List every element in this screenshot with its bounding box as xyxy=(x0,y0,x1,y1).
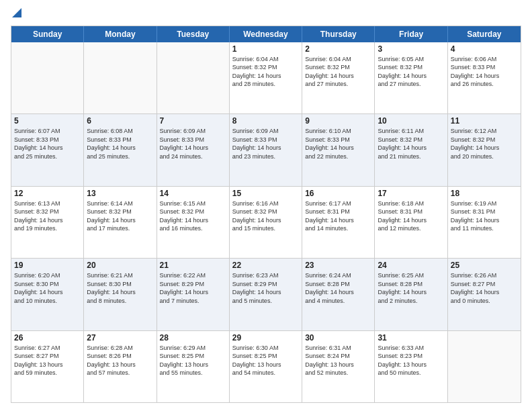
day-info: Sunrise: 6:11 AM Sunset: 8:32 PM Dayligh… xyxy=(378,127,444,161)
day-number: 14 xyxy=(160,189,226,198)
day-cell xyxy=(448,331,521,402)
day-info: Sunrise: 6:16 AM Sunset: 8:32 PM Dayligh… xyxy=(232,199,299,233)
day-cell: 12Sunrise: 6:13 AM Sunset: 8:32 PM Dayli… xyxy=(11,187,84,258)
day-number: 25 xyxy=(451,261,518,270)
day-info: Sunrise: 6:09 AM Sunset: 8:33 PM Dayligh… xyxy=(232,127,299,161)
day-cell: 22Sunrise: 6:23 AM Sunset: 8:29 PM Dayli… xyxy=(230,259,302,330)
day-number: 18 xyxy=(451,189,518,198)
day-info: Sunrise: 6:24 AM Sunset: 8:28 PM Dayligh… xyxy=(305,271,371,305)
day-cell xyxy=(11,42,84,113)
svg-marker-0 xyxy=(12,8,21,17)
day-cell: 3Sunrise: 6:05 AM Sunset: 8:32 PM Daylig… xyxy=(375,42,447,113)
day-number: 27 xyxy=(87,333,153,342)
day-cell: 15Sunrise: 6:16 AM Sunset: 8:32 PM Dayli… xyxy=(230,187,302,258)
day-number: 3 xyxy=(378,44,444,54)
day-number: 9 xyxy=(305,116,371,126)
day-cell: 30Sunrise: 6:31 AM Sunset: 8:24 PM Dayli… xyxy=(302,331,375,402)
day-cell: 10Sunrise: 6:11 AM Sunset: 8:32 PM Dayli… xyxy=(375,114,447,185)
day-info: Sunrise: 6:10 AM Sunset: 8:33 PM Dayligh… xyxy=(305,127,371,161)
week-row: 1Sunrise: 6:04 AM Sunset: 8:32 PM Daylig… xyxy=(11,42,521,113)
day-info: Sunrise: 6:06 AM Sunset: 8:33 PM Dayligh… xyxy=(451,55,518,89)
day-cell: 20Sunrise: 6:21 AM Sunset: 8:30 PM Dayli… xyxy=(84,259,157,330)
day-header-monday: Monday xyxy=(84,26,157,42)
week-row: 12Sunrise: 6:13 AM Sunset: 8:32 PM Dayli… xyxy=(11,186,521,258)
day-header-wednesday: Wednesday xyxy=(230,26,302,42)
day-number: 7 xyxy=(160,116,226,126)
day-info: Sunrise: 6:17 AM Sunset: 8:31 PM Dayligh… xyxy=(305,199,371,233)
day-cell: 26Sunrise: 6:27 AM Sunset: 8:27 PM Dayli… xyxy=(11,331,84,402)
day-number: 30 xyxy=(305,333,371,342)
day-number: 23 xyxy=(305,261,371,270)
day-cell: 21Sunrise: 6:22 AM Sunset: 8:29 PM Dayli… xyxy=(157,259,230,330)
week-row: 19Sunrise: 6:20 AM Sunset: 8:30 PM Dayli… xyxy=(11,258,521,330)
header xyxy=(11,8,521,20)
day-cell: 17Sunrise: 6:18 AM Sunset: 8:31 PM Dayli… xyxy=(375,187,447,258)
day-info: Sunrise: 6:20 AM Sunset: 8:30 PM Dayligh… xyxy=(14,271,81,305)
day-number: 12 xyxy=(14,189,81,198)
day-info: Sunrise: 6:18 AM Sunset: 8:31 PM Dayligh… xyxy=(378,199,444,233)
day-number: 13 xyxy=(87,189,153,198)
day-number: 29 xyxy=(232,333,299,342)
day-info: Sunrise: 6:23 AM Sunset: 8:29 PM Dayligh… xyxy=(232,271,299,305)
day-cell: 5Sunrise: 6:07 AM Sunset: 8:33 PM Daylig… xyxy=(11,114,84,185)
day-cell: 8Sunrise: 6:09 AM Sunset: 8:33 PM Daylig… xyxy=(230,114,302,185)
day-cell: 13Sunrise: 6:14 AM Sunset: 8:32 PM Dayli… xyxy=(84,187,157,258)
day-number: 20 xyxy=(87,261,153,270)
day-cell: 16Sunrise: 6:17 AM Sunset: 8:31 PM Dayli… xyxy=(302,187,375,258)
day-cell: 28Sunrise: 6:29 AM Sunset: 8:25 PM Dayli… xyxy=(157,331,230,402)
weeks: 1Sunrise: 6:04 AM Sunset: 8:32 PM Daylig… xyxy=(11,42,521,402)
day-info: Sunrise: 6:31 AM Sunset: 8:24 PM Dayligh… xyxy=(305,344,371,377)
week-row: 26Sunrise: 6:27 AM Sunset: 8:27 PM Dayli… xyxy=(11,330,521,402)
day-number: 11 xyxy=(451,116,518,126)
day-header-sunday: Sunday xyxy=(11,26,84,42)
day-info: Sunrise: 6:26 AM Sunset: 8:27 PM Dayligh… xyxy=(451,271,518,305)
day-info: Sunrise: 6:04 AM Sunset: 8:32 PM Dayligh… xyxy=(305,55,371,89)
day-info: Sunrise: 6:27 AM Sunset: 8:27 PM Dayligh… xyxy=(14,344,81,377)
day-headers: SundayMondayTuesdayWednesdayThursdayFrid… xyxy=(11,26,521,42)
day-number: 24 xyxy=(378,261,444,270)
day-cell: 27Sunrise: 6:28 AM Sunset: 8:26 PM Dayli… xyxy=(84,331,157,402)
day-cell: 1Sunrise: 6:04 AM Sunset: 8:32 PM Daylig… xyxy=(230,42,302,113)
day-number: 19 xyxy=(14,261,81,270)
day-info: Sunrise: 6:15 AM Sunset: 8:32 PM Dayligh… xyxy=(160,199,226,233)
day-info: Sunrise: 6:33 AM Sunset: 8:23 PM Dayligh… xyxy=(378,344,444,377)
day-cell: 4Sunrise: 6:06 AM Sunset: 8:33 PM Daylig… xyxy=(448,42,521,113)
day-number: 10 xyxy=(378,116,444,126)
day-cell: 7Sunrise: 6:09 AM Sunset: 8:33 PM Daylig… xyxy=(157,114,230,185)
day-cell: 19Sunrise: 6:20 AM Sunset: 8:30 PM Dayli… xyxy=(11,259,84,330)
day-number: 6 xyxy=(87,116,153,126)
day-number: 2 xyxy=(305,44,371,54)
day-number: 1 xyxy=(232,44,299,54)
day-cell xyxy=(157,42,230,113)
day-info: Sunrise: 6:13 AM Sunset: 8:32 PM Dayligh… xyxy=(14,199,81,233)
day-info: Sunrise: 6:08 AM Sunset: 8:33 PM Dayligh… xyxy=(87,127,153,161)
day-number: 8 xyxy=(232,116,299,126)
day-info: Sunrise: 6:19 AM Sunset: 8:31 PM Dayligh… xyxy=(451,199,518,233)
day-number: 31 xyxy=(378,333,444,342)
day-info: Sunrise: 6:28 AM Sunset: 8:26 PM Dayligh… xyxy=(87,344,153,377)
week-row: 5Sunrise: 6:07 AM Sunset: 8:33 PM Daylig… xyxy=(11,113,521,185)
logo xyxy=(11,8,21,20)
day-info: Sunrise: 6:22 AM Sunset: 8:29 PM Dayligh… xyxy=(160,271,226,305)
day-info: Sunrise: 6:25 AM Sunset: 8:28 PM Dayligh… xyxy=(378,271,444,305)
day-header-thursday: Thursday xyxy=(302,26,375,42)
day-cell: 14Sunrise: 6:15 AM Sunset: 8:32 PM Dayli… xyxy=(157,187,230,258)
calendar: SundayMondayTuesdayWednesdayThursdayFrid… xyxy=(11,26,521,403)
day-cell: 6Sunrise: 6:08 AM Sunset: 8:33 PM Daylig… xyxy=(84,114,157,185)
day-number: 28 xyxy=(160,333,226,342)
day-info: Sunrise: 6:30 AM Sunset: 8:25 PM Dayligh… xyxy=(232,344,299,377)
day-cell: 18Sunrise: 6:19 AM Sunset: 8:31 PM Dayli… xyxy=(448,187,521,258)
day-header-saturday: Saturday xyxy=(448,26,521,42)
day-cell: 25Sunrise: 6:26 AM Sunset: 8:27 PM Dayli… xyxy=(448,259,521,330)
day-cell: 11Sunrise: 6:12 AM Sunset: 8:32 PM Dayli… xyxy=(448,114,521,185)
day-number: 5 xyxy=(14,116,81,126)
day-info: Sunrise: 6:12 AM Sunset: 8:32 PM Dayligh… xyxy=(451,127,518,161)
day-header-tuesday: Tuesday xyxy=(157,26,230,42)
day-number: 17 xyxy=(378,189,444,198)
day-info: Sunrise: 6:09 AM Sunset: 8:33 PM Dayligh… xyxy=(160,127,226,161)
day-number: 22 xyxy=(232,261,299,270)
day-info: Sunrise: 6:29 AM Sunset: 8:25 PM Dayligh… xyxy=(160,344,226,377)
day-number: 4 xyxy=(451,44,518,54)
day-header-friday: Friday xyxy=(375,26,447,42)
logo-triangle-icon xyxy=(12,8,21,17)
